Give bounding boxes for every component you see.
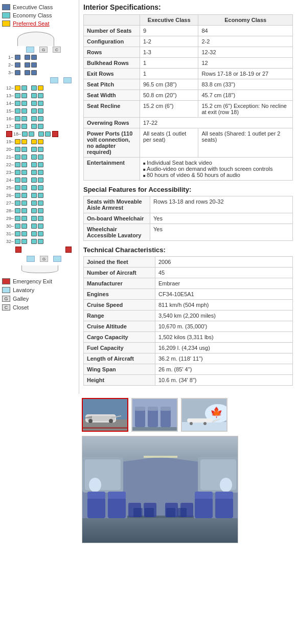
seat-27f[interactable]	[38, 201, 43, 206]
seat-13f[interactable]	[38, 93, 43, 98]
seat-31d[interactable]	[31, 231, 37, 236]
seat-21d[interactable]	[31, 154, 37, 160]
seat-27a[interactable]	[15, 201, 20, 206]
seat-23a[interactable]	[15, 170, 20, 175]
seat-30d[interactable]	[31, 224, 37, 229]
seat-20c[interactable]	[21, 147, 27, 152]
seat-3d[interactable]	[25, 70, 30, 75]
accessibility-table: Seats with Moveable Aisle Armrest Rows 1…	[83, 196, 293, 241]
seat-20a[interactable]	[15, 147, 20, 152]
seat-18d[interactable]	[38, 131, 44, 137]
seat-14a[interactable]	[15, 101, 20, 106]
seat-29d[interactable]	[31, 216, 37, 221]
seat-17c[interactable]	[21, 124, 27, 129]
seat-15a[interactable]	[15, 108, 20, 114]
seat-1f[interactable]	[31, 55, 37, 60]
seat-2f[interactable]	[31, 62, 37, 68]
seat-26f[interactable]	[38, 193, 43, 198]
seat-3a[interactable]	[15, 70, 20, 75]
seat-17f[interactable]	[38, 124, 43, 129]
seat-19d[interactable]	[31, 139, 37, 144]
seat-25f[interactable]	[38, 185, 43, 190]
seat-12a[interactable]	[15, 85, 20, 91]
seat-15c[interactable]	[21, 108, 27, 114]
seat-12c[interactable]	[21, 85, 27, 91]
seat-2d[interactable]	[25, 62, 30, 68]
seat-20d[interactable]	[31, 147, 37, 152]
seat-25c[interactable]	[21, 185, 27, 190]
seat-24a[interactable]	[15, 177, 20, 183]
seat-18a[interactable]	[22, 131, 28, 137]
seat-24d[interactable]	[31, 177, 37, 183]
seat-15f[interactable]	[38, 108, 43, 114]
seat-25d[interactable]	[31, 185, 37, 190]
seat-17a[interactable]	[15, 124, 20, 129]
seat-13d[interactable]	[31, 93, 37, 98]
seat-28f[interactable]	[38, 208, 43, 213]
pref-label[interactable]: Preferred Seat	[13, 20, 50, 27]
seat-29c[interactable]	[21, 216, 27, 221]
seat-22a[interactable]	[15, 162, 20, 167]
seat-26c[interactable]	[21, 193, 27, 198]
seat-21c[interactable]	[21, 154, 27, 160]
seat-22c[interactable]	[21, 162, 27, 167]
seat-32d[interactable]	[31, 239, 37, 244]
seat-14f[interactable]	[38, 101, 43, 106]
seat-24f[interactable]	[38, 177, 43, 183]
seat-19a[interactable]	[15, 139, 20, 144]
seat-23f[interactable]	[38, 170, 43, 175]
seat-27c[interactable]	[21, 201, 27, 206]
seat-27d[interactable]	[31, 201, 37, 206]
seat-24c[interactable]	[21, 177, 27, 183]
seat-14d[interactable]	[31, 101, 37, 106]
seat-23c[interactable]	[21, 170, 27, 175]
seat-30c[interactable]	[21, 224, 27, 229]
seat-17d[interactable]	[31, 124, 37, 129]
seat-29a[interactable]	[15, 216, 20, 221]
seat-26d[interactable]	[31, 193, 37, 198]
thumbnail-1[interactable]	[82, 398, 128, 432]
seat-20f[interactable]	[38, 147, 43, 152]
seat-3f[interactable]	[31, 70, 37, 75]
seat-31c[interactable]	[21, 231, 27, 236]
seat-16d[interactable]	[31, 116, 37, 121]
seat-30a[interactable]	[15, 224, 20, 229]
seat-2a[interactable]	[15, 62, 20, 68]
seat-32f[interactable]	[38, 239, 43, 244]
seat-22f[interactable]	[38, 162, 43, 167]
seat-12f[interactable]	[38, 85, 43, 91]
seat-26a[interactable]	[15, 193, 20, 198]
seat-19c[interactable]	[21, 139, 27, 144]
seat-15d[interactable]	[31, 108, 37, 114]
seat-23d[interactable]	[31, 170, 37, 175]
seat-14c[interactable]	[21, 101, 27, 106]
seat-18c[interactable]	[29, 131, 34, 137]
seat-30f[interactable]	[38, 224, 43, 229]
back-lav-l	[27, 256, 35, 262]
seat-31f[interactable]	[38, 231, 43, 236]
seat-32c[interactable]	[21, 239, 27, 244]
seat-1a[interactable]	[15, 55, 20, 60]
seat-32a[interactable]	[15, 239, 20, 244]
seat-25a[interactable]	[15, 185, 20, 190]
seat-28a[interactable]	[15, 208, 20, 213]
seat-22d[interactable]	[31, 162, 37, 167]
seat-28c[interactable]	[21, 208, 27, 213]
seat-13c[interactable]	[21, 93, 27, 98]
seat-16a[interactable]	[15, 116, 20, 121]
seat-1d[interactable]	[25, 55, 30, 60]
seat-18f[interactable]	[45, 131, 51, 137]
seat-21a[interactable]	[15, 154, 20, 160]
seat-16f[interactable]	[38, 116, 43, 121]
seat-21f[interactable]	[38, 154, 43, 160]
seat-12d[interactable]	[31, 85, 37, 91]
spec-label-width: Seat Width	[84, 90, 140, 101]
seat-28d[interactable]	[31, 208, 37, 213]
thumbnail-2[interactable]	[131, 398, 178, 432]
seat-13a[interactable]	[15, 93, 20, 98]
thumbnail-3[interactable]: 🍁	[181, 398, 227, 432]
seat-19f[interactable]	[38, 139, 43, 144]
seat-16c[interactable]	[21, 116, 27, 121]
seat-29f[interactable]	[38, 216, 43, 221]
seat-31a[interactable]	[15, 231, 20, 236]
